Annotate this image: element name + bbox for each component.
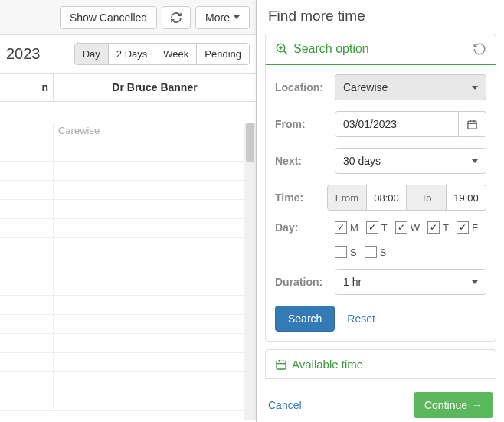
day-mon-checkbox[interactable]	[335, 221, 347, 234]
calendar-row[interactable]	[0, 123, 256, 142]
day-mon-label: M	[350, 222, 358, 234]
calendar-row[interactable]	[0, 162, 256, 181]
next-label: Next:	[275, 155, 329, 167]
calendar-row[interactable]	[0, 181, 256, 200]
calendar-row[interactable]	[0, 372, 256, 391]
day-sat-checkbox[interactable]	[335, 246, 347, 258]
search-form: Location: Carewise From: 03/01/2023	[266, 65, 496, 341]
chevron-down-icon	[472, 159, 478, 163]
from-label: From:	[275, 118, 329, 130]
location-label: Location:	[275, 81, 329, 93]
search-option-title: Search option	[293, 42, 369, 56]
calendar-pane: Show Cancelled More 2023 Day 2 Days Week…	[0, 0, 257, 422]
time-label: Time:	[275, 191, 321, 204]
day-sun-label: S	[380, 247, 387, 258]
time-to-label: To	[407, 185, 447, 211]
location-select[interactable]: Carewise	[335, 74, 486, 100]
available-time-card: Available time	[265, 349, 496, 379]
day-fri-label: F	[472, 222, 478, 234]
undo-icon[interactable]	[473, 42, 486, 56]
search-option-card: Search option Location: Carewise From:	[265, 34, 496, 342]
available-time-title: Available time	[292, 358, 363, 371]
svg-rect-8	[277, 361, 286, 369]
day-thu-checkbox[interactable]	[427, 221, 440, 234]
day-tue-checkbox[interactable]	[366, 221, 378, 234]
more-dropdown-button[interactable]: More	[195, 6, 250, 29]
calendar-icon	[466, 119, 478, 130]
column-header-doctor: Dr Bruce Banner	[54, 74, 256, 102]
day-tue-label: T	[381, 222, 388, 234]
day-fri-checkbox[interactable]	[457, 221, 469, 234]
day-thu-label: T	[443, 222, 449, 234]
chevron-down-icon	[472, 280, 478, 284]
time-from-label: From	[327, 185, 367, 211]
cancel-link[interactable]: Cancel	[268, 399, 302, 411]
calendar-row[interactable]	[0, 276, 256, 296]
column-header-partial: n	[0, 74, 54, 102]
duration-value: 1 hr	[343, 276, 362, 288]
chevron-down-icon	[234, 15, 240, 19]
calendar-scrollbar[interactable]	[244, 123, 256, 420]
day-sun-checkbox[interactable]	[365, 246, 377, 258]
time-to-input[interactable]: 19:00	[447, 185, 486, 211]
view-pending-button[interactable]: Pending	[197, 44, 249, 64]
calendar-row[interactable]	[0, 142, 256, 162]
panel-footer: Cancel Continue	[257, 388, 504, 422]
arrow-right-icon	[472, 399, 483, 411]
day-wed-checkbox[interactable]	[395, 221, 407, 234]
refresh-icon	[170, 11, 182, 24]
from-date-value: 03/01/2023	[343, 118, 397, 130]
calendar-subheader	[0, 102, 256, 123]
location-value: Carewise	[343, 81, 388, 93]
calendar-row[interactable]	[0, 200, 256, 219]
time-range-group: From 08:00 To 19:00	[327, 185, 486, 211]
calendar-grid[interactable]: Carewise	[0, 123, 256, 420]
view-segmented-control: Day 2 Days Week Pending	[74, 43, 250, 65]
calendar-toolbar: Show Cancelled More	[0, 0, 256, 35]
calendar-row[interactable]	[0, 353, 256, 372]
svg-rect-4	[468, 121, 476, 129]
refresh-button[interactable]	[162, 6, 191, 29]
duration-label: Duration:	[275, 276, 329, 288]
calendar-row[interactable]	[0, 315, 256, 334]
day-sat-label: S	[350, 247, 357, 258]
day-label: Day:	[275, 221, 329, 234]
view-day-button[interactable]: Day	[75, 44, 109, 64]
calendar-row[interactable]	[0, 296, 256, 315]
reset-link[interactable]: Reset	[347, 312, 375, 325]
calendar-outline-icon	[275, 358, 287, 371]
view-2days-button[interactable]: 2 Days	[109, 44, 155, 64]
from-date-input[interactable]: 03/01/2023	[335, 111, 459, 137]
continue-button[interactable]: Continue	[414, 392, 493, 418]
continue-label: Continue	[424, 399, 467, 411]
next-select[interactable]: 30 days	[335, 148, 486, 174]
show-cancelled-button[interactable]: Show Cancelled	[60, 6, 157, 29]
search-option-header: Search option	[266, 34, 496, 65]
scrollbar-thumb[interactable]	[246, 123, 254, 162]
calendar-row[interactable]	[0, 257, 256, 276]
duration-select[interactable]: 1 hr	[335, 269, 486, 295]
calendar-picker-button[interactable]	[459, 111, 486, 137]
next-value: 30 days	[343, 155, 381, 167]
search-button[interactable]: Search	[275, 306, 335, 332]
calendar-row[interactable]	[0, 219, 256, 238]
more-label: More	[205, 11, 230, 24]
day-wed-label: W	[411, 222, 420, 234]
calendar-column-headers: n Dr Bruce Banner	[0, 74, 256, 102]
view-week-button[interactable]: Week	[155, 44, 197, 64]
current-date-text: 2023	[6, 45, 41, 63]
svg-line-1	[284, 51, 287, 54]
search-zoom-icon	[275, 42, 289, 56]
calendar-row[interactable]	[0, 238, 256, 257]
chevron-down-icon	[472, 86, 478, 90]
date-view-row: 2023 Day 2 Days Week Pending	[0, 35, 256, 74]
find-time-panel: Find more time Search option Location: C…	[257, 0, 504, 422]
panel-title: Find more time	[257, 0, 504, 29]
day-checkbox-group: M T W T F S S	[335, 221, 486, 258]
time-from-input[interactable]: 08:00	[367, 185, 407, 211]
calendar-row[interactable]	[0, 334, 256, 353]
calendar-row[interactable]	[0, 391, 256, 411]
